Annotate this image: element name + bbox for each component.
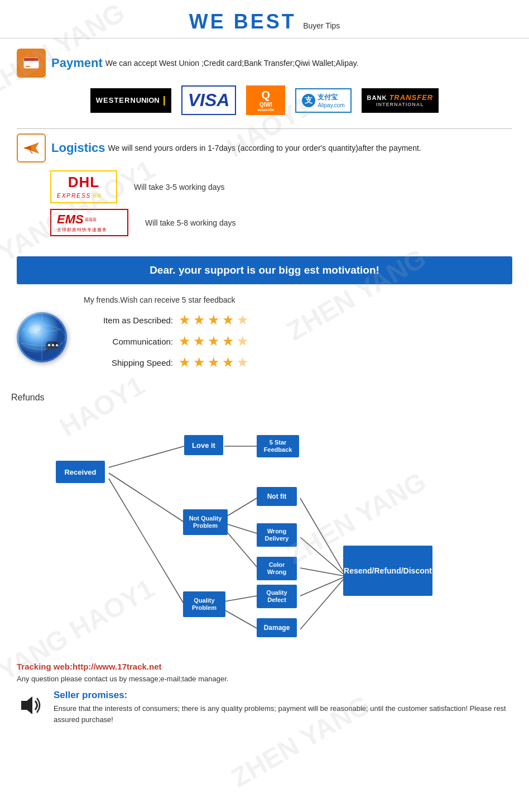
svg-point-12 <box>52 344 54 346</box>
payment-label: Payment <box>51 56 103 70</box>
star-s5: ★ <box>237 355 249 370</box>
star-s2: ★ <box>193 355 205 370</box>
node-wrong-delivery: Wrong Delivery <box>257 523 297 547</box>
plane-svg-icon <box>21 138 41 158</box>
ems-logo: EMS ≡≡≡ 全球邮政特快专递服务 <box>50 209 128 236</box>
star-c5: ★ <box>237 333 249 349</box>
svg-line-18 <box>109 479 184 604</box>
stars-item: ★ ★ ★ ★ ★ <box>179 312 249 328</box>
visa-logo: VISA <box>181 85 237 115</box>
star-c4: ★ <box>222 333 234 349</box>
node-love-it: Love it <box>184 435 223 455</box>
svg-point-13 <box>56 344 58 346</box>
seller-promises-row: Seller promises: Ensure that the interes… <box>17 690 512 725</box>
node-not-quality: Not Quality Problem <box>183 509 228 535</box>
node-not-fit: Not fit <box>257 487 297 506</box>
speaker-icon <box>17 691 46 720</box>
refunds-title: Refunds <box>11 393 518 403</box>
ems-days: Will take 5-8 working days <box>145 218 236 227</box>
tracking-link: Tracking web:http://www.17track.net <box>17 662 512 671</box>
payment-svg-icon <box>22 54 40 72</box>
svg-rect-1 <box>24 58 39 61</box>
header-subtitle: Buyer Tips <box>303 21 340 30</box>
svg-line-23 <box>224 596 257 601</box>
logistics-description: We will send yours orders in 1-7days (ac… <box>108 144 421 152</box>
refunds-section: Refunds <box>0 387 529 652</box>
feedback-text-col: My frends.Wish can receive 5 star feedba… <box>84 295 512 376</box>
svg-line-17 <box>109 473 184 522</box>
payment-section: Payment We can accept West Union ;Credit… <box>0 49 529 126</box>
feedback-label-comm: Communication: <box>84 337 173 346</box>
star-5: ★ <box>237 312 249 328</box>
feedback-row-comm: Communication: ★ ★ ★ ★ ★ <box>84 333 512 349</box>
star-s1: ★ <box>179 355 191 370</box>
svg-line-29 <box>300 576 346 629</box>
svg-line-24 <box>224 610 257 628</box>
western-union-logo: WESTERN UNION| <box>90 88 171 113</box>
svg-line-26 <box>300 537 346 576</box>
payment-logos-row: WESTERN UNION| VISA Q QIWI кошелёк 支 支付宝 <box>17 85 512 115</box>
seller-promises-title: Seller promises: <box>54 690 512 701</box>
star-c3: ★ <box>208 333 220 349</box>
feedback-section: My frends.Wish can receive 5 star feedba… <box>0 290 529 381</box>
payment-description: We can accept West Union ;Credit card;Ba… <box>105 59 359 68</box>
stars-comm: ★ ★ ★ ★ ★ <box>179 333 249 349</box>
node-five-star: 5 Star Feedback <box>257 435 299 457</box>
globe-svg <box>17 312 67 362</box>
seller-promises-description: Ensure that the interests of consumers; … <box>54 703 512 725</box>
node-color-wrong: Color Wrong <box>257 557 297 580</box>
ems-row: EMS ≡≡≡ 全球邮政特快专递服务 Will take 5-8 working… <box>50 209 512 236</box>
svg-line-25 <box>300 498 346 576</box>
header-title: WE BEST <box>189 10 296 33</box>
dhl-text: DHL <box>57 174 110 191</box>
blue-banner: Dear. your support is our bigg est motiv… <box>17 256 512 284</box>
payment-icon <box>17 49 46 78</box>
star-4: ★ <box>222 312 234 328</box>
star-s4: ★ <box>222 355 234 370</box>
node-quality-problem: Quality Problem <box>183 591 225 617</box>
star-2: ★ <box>193 312 205 328</box>
svg-line-28 <box>300 576 346 596</box>
logistics-icon <box>17 133 46 163</box>
svg-point-11 <box>48 344 50 346</box>
svg-marker-30 <box>21 696 32 714</box>
logistics-label: Logistics <box>51 141 105 155</box>
bank-transfer-logo: BANK TRANSFER INTERNATIONAL <box>362 88 439 113</box>
blue-banner-text: Dear. your support is our bigg est motiv… <box>150 264 379 276</box>
dhl-days: Will take 3-5 working days <box>134 183 225 192</box>
seller-promises-text: Seller promises: Ensure that the interes… <box>54 690 512 725</box>
visa-text: VISA <box>188 90 230 111</box>
logistics-section: Logistics We will send yours orders in 1… <box>0 133 529 247</box>
qiwi-logo: Q QIWI кошелёк <box>246 85 285 115</box>
svg-line-21 <box>224 523 257 533</box>
feedback-row-item: Item as Described: ★ ★ ★ ★ ★ <box>84 312 512 328</box>
star-c1: ★ <box>179 333 191 349</box>
svg-marker-5 <box>23 146 31 150</box>
feedback-globe <box>17 312 67 362</box>
svg-line-22 <box>224 529 257 567</box>
stars-ship: ★ ★ ★ ★ ★ <box>179 355 249 370</box>
node-resend: Resend/Refund/Discont <box>343 546 432 596</box>
star-c2: ★ <box>193 333 205 349</box>
star-1: ★ <box>179 312 191 328</box>
feedback-label-ship: Shipping Speed: <box>84 358 173 367</box>
feedback-rows: Item as Described: ★ ★ ★ ★ ★ Communicati… <box>84 312 512 370</box>
dhl-row: DHL EXPRESS ≡≡ Will take 3-5 working day… <box>50 170 512 203</box>
tracking-section: Tracking web:http://www.17track.net Any … <box>0 652 529 729</box>
node-received: Received <box>56 461 105 483</box>
svg-rect-3 <box>26 66 30 67</box>
flowchart: Received Love it 5 Star Feedback Not Qua… <box>11 412 518 646</box>
alipay-logo: 支 支付宝 Alipay.com <box>295 88 351 113</box>
svg-line-16 <box>109 446 184 467</box>
star-3: ★ <box>208 312 220 328</box>
svg-line-27 <box>300 568 346 576</box>
star-s3: ★ <box>208 355 220 370</box>
node-damage: Damage <box>257 618 297 637</box>
tracking-description: Any question please contact us by messag… <box>17 675 512 683</box>
feedback-intro: My frends.Wish can receive 5 star feedba… <box>84 295 512 304</box>
svg-line-20 <box>224 498 257 518</box>
feedback-label-item: Item as Described: <box>84 316 173 325</box>
node-quality-defect: Quality Defect <box>257 585 297 608</box>
page-header: WE BEST Buyer Tips <box>0 0 529 39</box>
dhl-logo: DHL EXPRESS ≡≡ <box>50 170 117 203</box>
